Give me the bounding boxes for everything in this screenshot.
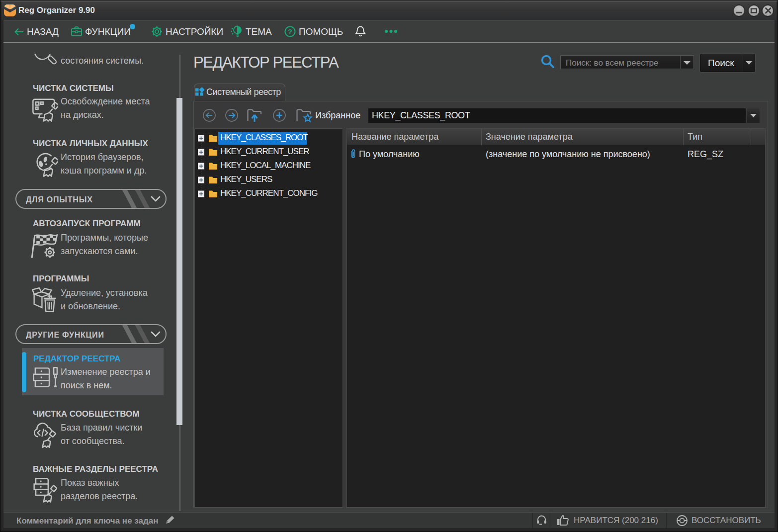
svg-text:?: ? xyxy=(288,28,292,36)
